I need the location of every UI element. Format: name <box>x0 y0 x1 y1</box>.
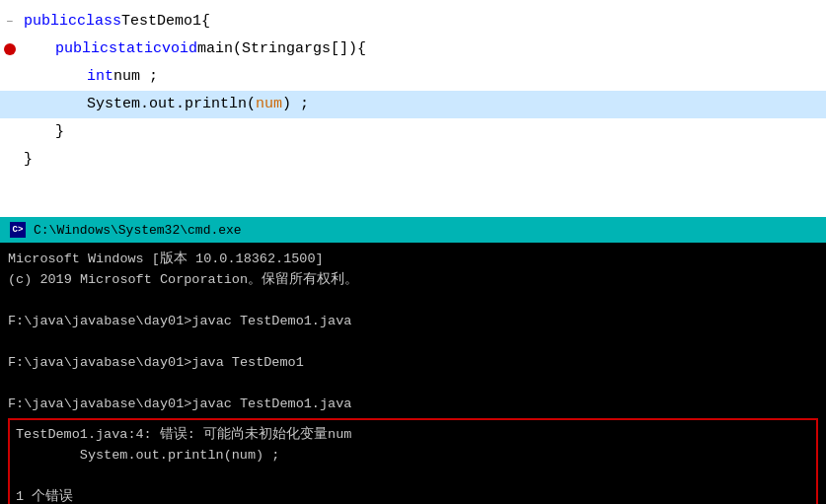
code-line-4: System.out.println( num ) ; <box>0 91 826 118</box>
code-area: – public class TestDemo1{ public static … <box>0 0 826 181</box>
code-line-2: public static void main( String args[]){ <box>0 36 826 63</box>
code-text-6: } <box>24 146 33 174</box>
breakpoint-icon <box>4 43 16 55</box>
kw-int: int <box>87 63 113 91</box>
param-num: num <box>256 91 282 118</box>
terminal-body: Microsoft Windows [版本 10.0.18362.1500] (… <box>0 243 826 504</box>
classname: TestDemo1{ <box>121 8 210 36</box>
terminal-line-7 <box>8 373 818 394</box>
terminal-section: C> C:\Windows\System32\cmd.exe Microsoft… <box>0 217 826 504</box>
kw-static: static <box>109 36 162 63</box>
terminal-line-5 <box>8 331 818 352</box>
code-text-2: public static void main( String args[]){ <box>55 36 366 63</box>
code-line-5: } <box>0 118 826 146</box>
terminal-title: C:\Windows\System32\cmd.exe <box>34 223 242 238</box>
close-paren: ) ; <box>282 91 309 118</box>
code-text-3: int num ; <box>87 63 158 91</box>
terminal-line-8: F:\java\javabase\day01>javac TestDemo1.j… <box>8 394 818 414</box>
close-brace-method: } <box>55 118 64 146</box>
terminal-line-3 <box>8 290 818 311</box>
kw-string: String <box>242 36 295 63</box>
kw-public-1: public <box>24 8 77 36</box>
error-line-2: System.out.println(num) ; <box>16 445 810 466</box>
var-num: num ; <box>113 63 158 91</box>
args: args[]){ <box>295 36 366 63</box>
gutter-2[interactable] <box>0 43 20 55</box>
error-line-3 <box>16 466 810 486</box>
code-text-5: } <box>55 118 64 146</box>
code-text-4: System.out.println( num ) ; <box>87 91 309 118</box>
terminal-titlebar: C> C:\Windows\System32\cmd.exe <box>0 217 826 243</box>
terminal-line-6: F:\java\javabase\day01>java TestDemo1 <box>8 352 818 373</box>
terminal-icon: C> <box>10 222 26 238</box>
system-out: System.out.println( <box>87 91 256 118</box>
code-line-1: – public class TestDemo1{ <box>0 8 826 36</box>
close-brace-class: } <box>24 146 33 174</box>
terminal-line-4: F:\java\javabase\day01>javac TestDemo1.j… <box>8 311 818 331</box>
kw-void: void <box>162 36 197 63</box>
kw-class: class <box>77 8 121 36</box>
error-line-1: TestDemo1.java:4: 错误: 可能尚未初始化变量num <box>16 424 810 445</box>
method-main: main( <box>197 36 242 63</box>
terminal-line-1: Microsoft Windows [版本 10.0.18362.1500] <box>8 249 818 269</box>
terminal-line-2: (c) 2019 Microsoft Corporation。保留所有权利。 <box>8 269 818 290</box>
kw-public-2: public <box>55 36 109 63</box>
error-box: TestDemo1.java:4: 错误: 可能尚未初始化变量num Syste… <box>8 418 818 504</box>
code-line-6: } <box>0 146 826 174</box>
code-line-3: int num ; <box>0 63 826 91</box>
error-count: 1 个错误 <box>16 486 810 504</box>
gutter-1[interactable]: – <box>0 8 20 36</box>
code-text-1: public class TestDemo1{ <box>24 8 210 36</box>
editor-section: – public class TestDemo1{ public static … <box>0 0 826 217</box>
